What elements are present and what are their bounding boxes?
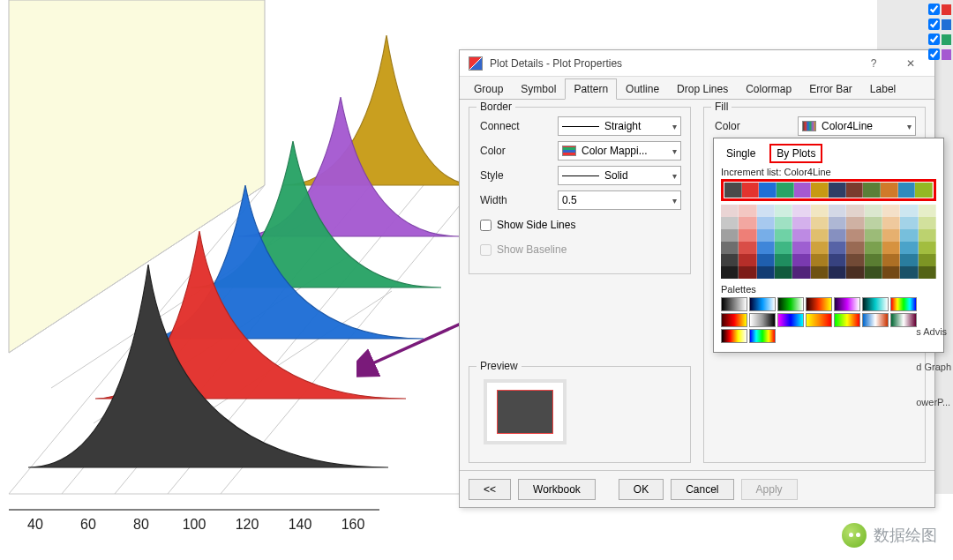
color-swatch[interactable] (900, 205, 918, 217)
tab-errorbar[interactable]: Error Bar (800, 78, 861, 100)
color-swatch[interactable] (915, 183, 933, 198)
color-swatch[interactable] (757, 229, 775, 242)
color-swatch[interactable] (721, 254, 739, 266)
color-swatch[interactable] (811, 183, 829, 198)
color-swatch[interactable] (882, 254, 900, 266)
color-swatch[interactable] (882, 217, 900, 229)
color-swatch[interactable] (775, 242, 792, 254)
color-swatch[interactable] (900, 254, 918, 266)
color-swatch[interactable] (829, 242, 846, 254)
color-swatch[interactable] (792, 229, 810, 242)
color-swatch[interactable] (829, 229, 846, 242)
color-swatch[interactable] (792, 205, 810, 217)
color-swatch[interactable] (794, 183, 812, 198)
color-swatch[interactable] (792, 254, 810, 266)
palette-thumb[interactable] (749, 297, 776, 311)
color-swatch[interactable] (775, 205, 792, 217)
palette-thumb[interactable] (721, 313, 747, 327)
color-swatch[interactable] (846, 229, 864, 242)
color-swatch[interactable] (721, 217, 739, 229)
color-swatch[interactable] (863, 183, 881, 198)
color-swatch[interactable] (757, 242, 775, 254)
color-swatch[interactable] (721, 266, 739, 279)
color-swatch[interactable] (919, 205, 936, 217)
color-swatch[interactable] (865, 217, 882, 229)
color-swatch[interactable] (757, 266, 775, 279)
color-swatch[interactable] (919, 254, 936, 266)
close-button[interactable]: ✕ (892, 51, 929, 76)
color-tab-byplots[interactable]: By Plots (769, 144, 822, 163)
color-swatch[interactable] (811, 254, 829, 266)
color-swatch[interactable] (882, 229, 900, 242)
color-swatch[interactable] (757, 254, 775, 266)
color-tab-single[interactable]: Single (721, 146, 761, 161)
tab-label[interactable]: Label (861, 78, 904, 100)
palette-thumb[interactable] (834, 313, 860, 327)
color-swatch[interactable] (792, 266, 810, 279)
palette-thumb[interactable] (749, 313, 776, 327)
color-swatch[interactable] (882, 266, 900, 279)
color-swatch[interactable] (739, 254, 756, 266)
color-swatch[interactable] (900, 242, 918, 254)
color-swatch[interactable] (829, 217, 846, 229)
palette-thumb[interactable] (806, 297, 832, 311)
palette-thumb[interactable] (862, 313, 889, 327)
color-swatch[interactable] (865, 242, 882, 254)
color-swatch[interactable] (757, 205, 775, 217)
color-swatch[interactable] (742, 183, 760, 198)
color-swatch[interactable] (721, 205, 739, 217)
color-swatch[interactable] (775, 266, 792, 279)
dialog-titlebar[interactable]: Plot Details - Plot Properties ? ✕ (460, 50, 934, 77)
color-swatch[interactable] (739, 229, 756, 242)
color-swatch[interactable] (846, 242, 864, 254)
color-swatch[interactable] (829, 205, 846, 217)
color-swatch[interactable] (739, 266, 756, 279)
color-swatch[interactable] (777, 183, 794, 198)
color-swatch[interactable] (759, 183, 777, 198)
help-button[interactable]: ? (855, 51, 892, 76)
color-swatch[interactable] (898, 183, 916, 198)
color-swatch[interactable] (846, 205, 864, 217)
ok-button[interactable]: OK (619, 479, 664, 500)
color-swatch[interactable] (882, 205, 900, 217)
palette-thumb[interactable] (806, 313, 832, 327)
color-swatch[interactable] (846, 254, 864, 266)
palette-thumb[interactable] (777, 313, 804, 327)
color-swatch[interactable] (792, 217, 810, 229)
color-swatch[interactable] (811, 242, 829, 254)
cancel-button[interactable]: Cancel (671, 479, 733, 500)
layer-check[interactable] (928, 34, 951, 45)
color-swatch[interactable] (865, 229, 882, 242)
connect-combo[interactable]: Straight (558, 116, 681, 136)
collapse-button[interactable]: << (469, 479, 511, 500)
layer-check[interactable] (928, 19, 951, 30)
color-swatch[interactable] (865, 205, 882, 217)
color-swatch[interactable] (721, 229, 739, 242)
palette-thumb[interactable] (862, 297, 889, 311)
tab-group[interactable]: Group (465, 78, 512, 100)
color-swatch[interactable] (829, 266, 846, 279)
color-swatch[interactable] (792, 242, 810, 254)
color-swatch[interactable] (846, 217, 864, 229)
color-swatch[interactable] (739, 217, 756, 229)
style-combo[interactable]: Solid (558, 166, 681, 185)
color-swatch[interactable] (811, 217, 829, 229)
palette-thumb[interactable] (890, 313, 917, 327)
color-swatch[interactable] (775, 254, 792, 266)
color-swatch[interactable] (881, 183, 898, 198)
palette-thumb[interactable] (777, 297, 804, 311)
palette-thumb[interactable] (721, 329, 747, 343)
color-swatch[interactable] (900, 217, 918, 229)
color-swatch[interactable] (846, 183, 864, 198)
color-swatch[interactable] (829, 254, 846, 266)
color-swatch[interactable] (775, 229, 792, 242)
palette-thumb[interactable] (749, 329, 776, 343)
color-swatch[interactable] (757, 217, 775, 229)
tab-pattern[interactable]: Pattern (565, 78, 617, 100)
palette-thumb[interactable] (721, 297, 747, 311)
show-side-lines-check[interactable]: Show Side Lines (480, 215, 681, 235)
tab-colormap[interactable]: Colormap (737, 78, 800, 100)
color-swatch[interactable] (811, 229, 829, 242)
color-swatch[interactable] (919, 229, 936, 242)
color-swatch[interactable] (882, 242, 900, 254)
